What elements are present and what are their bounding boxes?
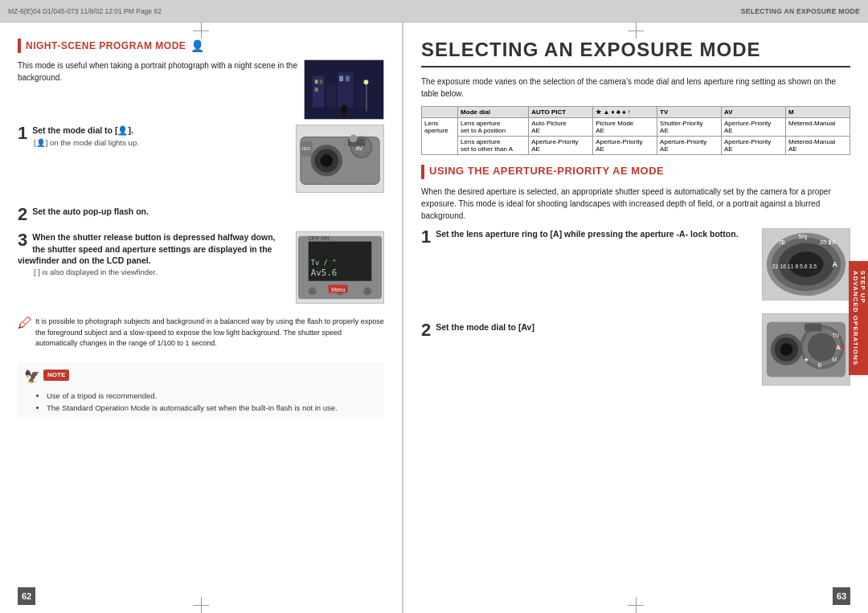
svg-rect-7 [315, 88, 318, 92]
svg-text:B: B [818, 362, 822, 368]
night-scene-icon: 👤 [190, 39, 204, 52]
svg-rect-66 [805, 324, 822, 332]
note-box: 🦅 NOTE Use of a tripod is recommended. T… [18, 362, 384, 419]
step2-block: 2 Set the auto pop-up flash on. [18, 206, 384, 223]
svg-rect-9 [346, 76, 350, 81]
svg-rect-2 [326, 84, 336, 107]
svg-text:OFF ON: OFF ON [309, 235, 330, 241]
table-cell-metered-manual-2: Metered-ManualAE [785, 137, 850, 155]
step1-text: Set the mode dial to [👤]. [32, 125, 133, 135]
crosshair-top [193, 22, 209, 39]
table-cell-auto-picture: Auto PictureAE [529, 118, 593, 137]
right-step1-number: 1 [421, 228, 431, 246]
intro-block: This mode is useful when taking a portra… [18, 59, 384, 125]
camera-top-image-step1: AV ISO [296, 125, 384, 193]
right-intro-text: The exposure mode varies on the selectio… [421, 76, 850, 100]
svg-text:35 28: 35 28 [820, 239, 836, 246]
table-header-mode-dial: Mode dial [458, 107, 529, 118]
note-list: Use of a tripod is recommended. The Stan… [47, 390, 378, 414]
memo-icon: 🖊 [18, 315, 32, 332]
right-step1-text: Set the lens aperture ring to [A] while … [436, 229, 738, 239]
aperture-ring-image: 71 50 35 28 A 22 16 11 8 5.6 3.5 [762, 228, 850, 300]
step1-subtext: [👤] on the mode dial lights up. [34, 137, 289, 148]
night-photo-image [304, 59, 384, 120]
svg-point-19 [320, 154, 333, 167]
table-row-2: Lens apertureset to other than A Apertur… [422, 137, 850, 155]
page-right: SELECTING AN EXPOSURE MODE The exposure … [403, 22, 868, 613]
svg-rect-8 [339, 76, 343, 81]
table-cell-lens-aperture-a: Lens apertureset to A position [458, 118, 529, 137]
advanced-ops-label: ADVANCED OPERATIONS [852, 270, 859, 365]
svg-point-65 [780, 343, 793, 356]
note-label: NOTE [43, 370, 69, 381]
table-header-auto-pict: AUTO PICT [529, 107, 593, 118]
step-up-label: STEP UP [859, 270, 866, 303]
step2-number: 2 [18, 206, 27, 223]
page-left: NIGHT-SCENE PROGRAM MODE 👤 [0, 22, 402, 613]
table-cell-picture-mode: Picture ModeAE [593, 118, 657, 137]
header-left-text: MZ-6(E)04 D1/045-073 11/8/02 12:01 PM Pa… [8, 7, 162, 15]
svg-point-24 [350, 135, 358, 143]
svg-rect-12 [345, 112, 346, 117]
section-title: NIGHT-SCENE PROGRAM MODE [26, 40, 186, 51]
step3-number: 3 [18, 231, 27, 249]
section-header: NIGHT-SCENE PROGRAM MODE 👤 [18, 39, 384, 53]
header-right-text: SELECTING AN EXPOSURE MODE [741, 7, 860, 15]
right-step1-block: 71 50 35 28 A 22 16 11 8 5.6 3.5 1 [421, 228, 850, 305]
svg-text:ISO: ISO [302, 146, 311, 151]
step2-text: Set the auto pop-up flash on. [32, 206, 149, 216]
mode-dial-image: P TV Av M B ★ ISO [762, 313, 850, 386]
table-header-empty [422, 107, 458, 118]
section-bar [18, 39, 21, 53]
table-cell-lens-aperture-other: Lens apertureset to other than A [458, 137, 529, 155]
svg-text:Tv  / ": Tv / " [311, 259, 337, 267]
right-step2-number: 2 [421, 321, 431, 339]
table-cell-aperture-priority-2: Aperture-PriorityAE [529, 137, 593, 155]
svg-point-10 [341, 105, 347, 113]
table-header-av: AV [722, 107, 786, 118]
table-header-icons: ★ ▲ ♦ ♣ ♠ ↑ [593, 107, 657, 118]
svg-rect-5 [315, 80, 318, 84]
page-number-right: 63 [833, 587, 850, 605]
table-header-m: M [785, 107, 850, 118]
memo-block: 🖊 It is possible to photograph subjects … [18, 317, 384, 356]
right-step2-text: Set the mode dial to [Av] [436, 322, 534, 332]
aperture-section-title: USING THE APERTURE-PRIORITY AE MODE [429, 165, 664, 179]
svg-point-32 [309, 288, 317, 296]
aperture-section-bar [421, 165, 424, 179]
svg-text:TV: TV [832, 333, 839, 338]
page-number-left: 62 [18, 587, 35, 605]
note-header: 🦅 NOTE [24, 367, 378, 386]
table-row-1: Lensaperture Lens apertureset to A posit… [422, 118, 850, 137]
crosshair-top-right [628, 22, 644, 39]
svg-text:A: A [832, 260, 837, 268]
svg-rect-11 [342, 112, 343, 117]
aperture-section-header: USING THE APERTURE-PRIORITY AE MODE [421, 165, 850, 179]
table-cell-aperture-priority-5: Aperture-PriorityAE [722, 137, 786, 155]
svg-text:22 16 11 8 5.6 3.5: 22 16 11 8 5.6 3.5 [772, 264, 817, 269]
svg-rect-13 [366, 84, 366, 111]
svg-text:Menu: Menu [331, 287, 345, 292]
svg-text:71: 71 [779, 239, 786, 246]
camera-lcd-image: OFF ON Tv / " Av5.6 Menu [296, 231, 384, 304]
note-item-2: The Standard Operation Mode is automatic… [47, 402, 378, 414]
svg-point-34 [363, 288, 371, 296]
step1-block: AV ISO 1 Set the mode dial to [👤]. [👤] o… [18, 125, 384, 198]
step3-block: OFF ON Tv / " Av5.6 Menu 3 [18, 231, 384, 309]
table-cell-lens: Lensaperture [422, 118, 458, 155]
step1-number: 1 [18, 125, 27, 142]
table-cell-metered-manual-1: Metered-Manual [785, 118, 850, 137]
step3-subtext: [ ] is also displayed in the viewfinder. [34, 267, 289, 277]
memo-text: It is possible to photograph subjects an… [35, 317, 384, 349]
crosshair-bottom-left [193, 597, 209, 613]
svg-text:★: ★ [804, 357, 809, 362]
table-cell-aperture-priority-4: Aperture-PriorityAE [657, 137, 722, 155]
header-bar: MZ-6(E)04 D1/045-073 11/8/02 12:01 PM Pa… [0, 0, 868, 22]
svg-point-14 [364, 80, 369, 84]
aperture-intro-text: When the desired aperture is selected, a… [421, 186, 850, 222]
svg-rect-6 [320, 80, 323, 84]
note-item-1: Use of a tripod is recommended. [47, 390, 378, 402]
exposure-table: Mode dial AUTO PICT ★ ▲ ♦ ♣ ♠ ↑ TV AV M … [421, 106, 850, 155]
right-step2-block: P TV Av M B ★ ISO [421, 313, 850, 390]
side-tab: STEP UP ADVANCED OPERATIONS [849, 260, 868, 374]
